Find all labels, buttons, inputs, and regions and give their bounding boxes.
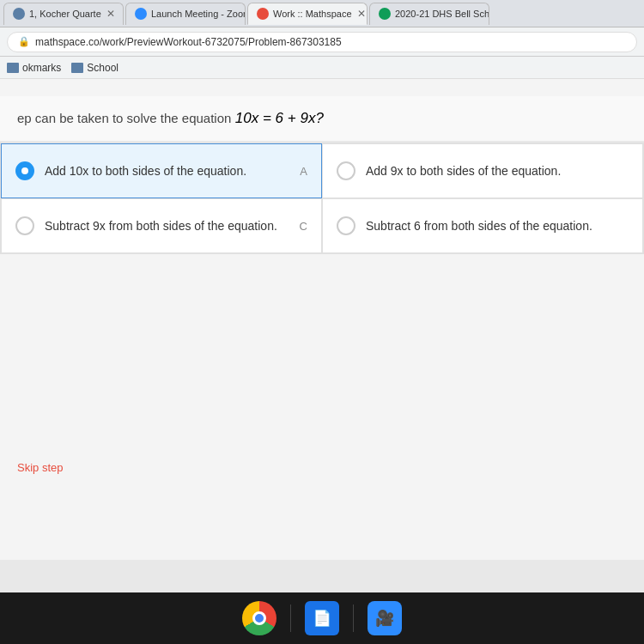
option-a-label: A — [300, 165, 307, 178]
tab-close-kocher[interactable]: ✕ — [106, 8, 115, 20]
option-d[interactable]: Subtract 6 from both sides of the equati… — [322, 198, 643, 253]
browser-tabs-bar: 1, Kocher Quarte ✕ Launch Meeting - Zoom… — [0, 0, 644, 27]
radio-c[interactable] — [15, 216, 34, 235]
option-c-label: C — [300, 220, 307, 233]
tab-icon-kocher — [13, 8, 25, 20]
address-bar[interactable]: 🔒 mathspace.co/work/PreviewWorkout-67320… — [7, 32, 637, 52]
option-c[interactable]: Subtract 9x from both sides of the equat… — [1, 198, 322, 253]
equation-text: 10x = 6 + 9x? — [235, 110, 324, 126]
option-a-text: Add 10x to both sides of the equation. — [45, 164, 293, 178]
tab-kocher[interactable]: 1, Kocher Quarte ✕ — [3, 3, 124, 25]
tab-label-bell: 2020-21 DHS Bell Schedule (Tra — [395, 9, 489, 19]
tab-mathspace[interactable]: Work :: Mathspace ✕ — [247, 3, 368, 25]
tab-label-zoom: Launch Meeting - Zoom — [151, 9, 246, 19]
tab-label-mathspace: Work :: Mathspace — [273, 9, 352, 19]
radio-b[interactable] — [337, 161, 355, 180]
tab-icon-zoom — [135, 8, 147, 20]
files-taskbar-icon[interactable]: 📄 — [305, 601, 339, 635]
bookmark-label-school: School — [87, 62, 118, 74]
bookmark-label-okmarks: okmarks — [22, 62, 61, 74]
browser-window: 1, Kocher Quarte ✕ Launch Meeting - Zoom… — [0, 0, 644, 592]
tab-zoom[interactable]: Launch Meeting - Zoom ✕ — [125, 3, 246, 25]
lock-icon: 🔒 — [18, 36, 30, 47]
option-b[interactable]: Add 9x to both sides of the equation. — [322, 143, 643, 198]
tab-bell[interactable]: 2020-21 DHS Bell Schedule (Tra ✕ — [369, 3, 489, 25]
tab-label-kocher: 1, Kocher Quarte — [29, 9, 101, 19]
question-container: ep can be taken to solve the equation 10… — [0, 96, 644, 143]
bookmark-icon-okmarks — [7, 63, 19, 73]
bookmarks-bar: okmarks School — [0, 57, 644, 79]
radio-d[interactable] — [337, 216, 355, 235]
options-grid: Add 10x to both sides of the equation. A… — [0, 143, 644, 254]
taskbar: 📄 🎥 — [0, 592, 644, 644]
bookmark-icon-school — [71, 63, 83, 73]
bookmark-okmarks[interactable]: okmarks — [7, 62, 61, 74]
url-text: mathspace.co/work/PreviewWorkout-6732075… — [35, 36, 342, 48]
zoom-taskbar-icon[interactable]: 🎥 — [368, 601, 402, 635]
option-a[interactable]: Add 10x to both sides of the equation. A — [1, 143, 322, 198]
chrome-taskbar-icon[interactable] — [242, 601, 276, 635]
tab-icon-mathspace — [257, 8, 269, 20]
taskbar-divider-1 — [290, 605, 291, 632]
question-prefix: ep can be taken to solve the equation — [17, 111, 231, 125]
option-b-text: Add 9x to both sides of the equation. — [366, 164, 629, 178]
bookmark-school[interactable]: School — [71, 62, 118, 74]
option-d-text: Subtract 6 from both sides of the equati… — [366, 219, 629, 233]
address-bar-row: 🔒 mathspace.co/work/PreviewWorkout-67320… — [0, 27, 644, 57]
radio-a[interactable] — [15, 161, 34, 180]
skip-step-link[interactable]: Skip step — [0, 444, 80, 491]
option-c-text: Subtract 9x from both sides of the equat… — [45, 219, 293, 233]
tab-close-mathspace[interactable]: ✕ — [357, 8, 366, 20]
content-area: ep can be taken to solve the equation 10… — [0, 79, 644, 560]
taskbar-divider-2 — [353, 605, 354, 632]
tab-icon-bell — [379, 8, 391, 20]
